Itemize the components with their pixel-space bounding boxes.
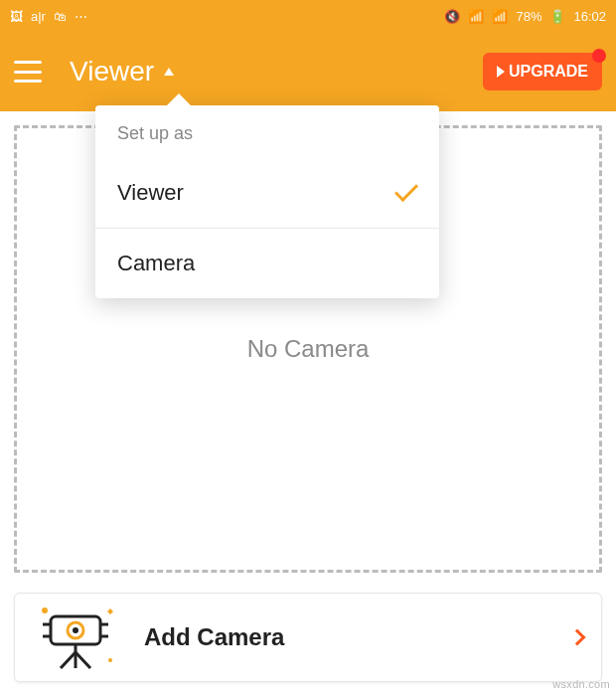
chevron-up-icon [164, 68, 174, 76]
mute-icon: 🔇 [444, 9, 460, 24]
dropdown-item-camera[interactable]: Camera [95, 228, 439, 298]
shopping-bag-icon: 🛍 [54, 9, 67, 24]
add-camera-label: Add Camera [144, 623, 549, 651]
add-camera-button[interactable]: Add Camera [14, 593, 602, 682]
upgrade-button[interactable]: UPGRADE [483, 53, 602, 90]
signal-icon: 📶 [492, 9, 508, 24]
status-left: 🖼 a|r 🛍 ⋯ [10, 9, 87, 24]
dropdown-item-label: Camera [117, 251, 195, 276]
empty-text: No Camera [247, 335, 370, 363]
play-icon [497, 66, 505, 78]
svg-point-3 [73, 627, 78, 633]
wifi-icon: 📶 [468, 9, 484, 24]
air-text: a|r [31, 9, 46, 24]
mode-dropdown-menu: Set up as Viewer Camera [95, 105, 439, 298]
app-bar: Viewer UPGRADE [0, 32, 616, 111]
mode-dropdown-trigger[interactable]: Viewer [70, 56, 174, 87]
battery-percent: 78% [516, 9, 541, 24]
check-icon [394, 178, 418, 202]
dropdown-item-label: Viewer [117, 180, 184, 206]
svg-line-9 [61, 652, 76, 668]
hamburger-menu-icon[interactable] [14, 61, 42, 83]
upgrade-label: UPGRADE [509, 63, 588, 81]
svg-point-12 [108, 658, 112, 662]
svg-point-0 [42, 608, 48, 613]
camera-tripod-icon [33, 603, 122, 672]
battery-icon: 🔋 [549, 9, 565, 24]
more-icon: ⋯ [75, 9, 87, 24]
image-icon: 🖼 [10, 9, 23, 24]
dropdown-header: Set up as [95, 105, 439, 158]
watermark: wsxdn.com [552, 678, 610, 690]
status-bar: 🖼 a|r 🛍 ⋯ 🔇 📶 📶 78% 🔋 16:02 [0, 0, 616, 32]
clock: 16:02 [573, 9, 606, 24]
dropdown-item-viewer[interactable]: Viewer [95, 158, 439, 228]
chevron-right-icon [569, 629, 586, 646]
notification-dot-icon [592, 49, 606, 63]
status-right: 🔇 📶 📶 78% 🔋 16:02 [444, 9, 606, 24]
mode-title: Viewer [70, 56, 154, 87]
svg-line-10 [76, 652, 90, 668]
